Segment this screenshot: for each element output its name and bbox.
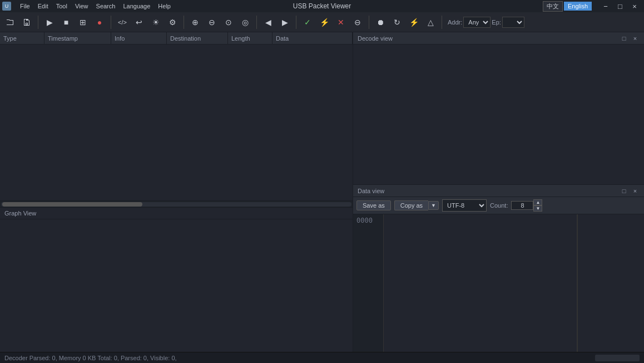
sep-3 (184, 16, 184, 29)
ascii-column (577, 214, 644, 352)
col-timestamp-header: Timestamp (44, 32, 111, 44)
title-bar: U File Edit Tool View Search Language He… (0, 0, 644, 12)
cancel-button[interactable]: ✕ (333, 14, 349, 30)
col-dest-header: Destination (167, 32, 228, 44)
decode-view-body (353, 45, 644, 184)
copy-as-dropdown-button[interactable]: ▼ (428, 201, 439, 210)
close-button[interactable]: × (627, 0, 642, 12)
addr-filter-select[interactable]: Any (463, 17, 491, 28)
graph-view-header: Graph View (0, 208, 353, 219)
scrollbar-thumb[interactable] (2, 202, 142, 207)
open-button[interactable] (2, 14, 18, 30)
status-progress (595, 355, 640, 361)
triangle-button[interactable]: △ (423, 14, 438, 30)
ep-filter-label: Ep: (492, 19, 501, 26)
ep-filter-select[interactable] (502, 17, 524, 28)
next-button[interactable]: ▶ (277, 14, 293, 30)
minimize-button[interactable]: − (598, 0, 613, 12)
menu-bar: File Edit Tool View Search Language Help (17, 2, 174, 11)
scrollbar-track (1, 202, 351, 207)
col-data-header: Data (273, 32, 353, 44)
settings-button[interactable]: ⚙ (165, 14, 180, 30)
zoom-out-button[interactable]: ⊖ (204, 14, 220, 30)
sep-7 (442, 16, 442, 29)
record2-button[interactable]: ⏺ (373, 14, 388, 30)
menu-view[interactable]: View (72, 2, 92, 11)
sep-2 (111, 16, 111, 29)
copy-as-split-button: Copy as ▼ (394, 200, 439, 210)
col-length-header: Length (228, 32, 273, 44)
menu-tool[interactable]: Tool (53, 2, 71, 11)
minus-circle-button[interactable]: ⊖ (350, 14, 365, 30)
hex-data-column (384, 214, 577, 352)
packet-list: Type Timestamp Info Destination Length D… (0, 32, 353, 207)
data-view-title: Data view (358, 188, 384, 194)
menu-help[interactable]: Help (155, 2, 174, 11)
decode-view-icons: □ × (620, 34, 640, 43)
col-type-header: Type (0, 32, 44, 44)
menu-language[interactable]: Language (120, 2, 153, 11)
data-view: Data view □ × Save as Copy as ▼ UTF-8 AS… (353, 185, 644, 352)
restore-button[interactable]: □ (613, 0, 627, 12)
sep-1 (38, 16, 38, 29)
lang-zh-button[interactable]: 中文 (543, 1, 563, 12)
status-text: Decoder Parsed: 0, Memory 0 KB Total: 0,… (4, 355, 177, 361)
encoding-select[interactable]: UTF-8 ASCII HEX UTF-16 (442, 199, 487, 212)
prev-button[interactable]: ◀ (260, 14, 276, 30)
data-view-toolbar: Save as Copy as ▼ UTF-8 ASCII HEX UTF-16… (353, 197, 644, 214)
auto-button[interactable]: ⚡ (406, 14, 422, 30)
decode-view: Decode view □ × (353, 32, 644, 185)
data-view-maximize-button[interactable]: □ (620, 187, 628, 195)
decode-view-title: Decode view (358, 35, 393, 42)
save-as-button[interactable]: Save as (356, 200, 391, 210)
addr-filter-label: Addr: (448, 19, 462, 26)
zoom-in-button[interactable]: ⊕ (187, 14, 203, 30)
data-view-icons: □ × (620, 187, 640, 195)
hex-offset-column: 0000 (353, 214, 384, 352)
decode-view-maximize-button[interactable]: □ (620, 34, 628, 43)
count-spinner: ▲ ▼ (511, 199, 542, 212)
filter-button[interactable]: ⊞ (75, 14, 91, 30)
sep-4 (256, 16, 257, 29)
toolbar: ▶ ■ ⊞ ● </> ↩ ☀ ⚙ ⊕ ⊖ ⊙ ◎ ◀ ▶ ✓ ⚡ ✕ ⊖ ⏺ … (0, 12, 644, 32)
app-title: USB Packet Viewer (293, 2, 351, 10)
menu-edit[interactable]: Edit (34, 2, 52, 11)
window-controls: − □ × (598, 0, 642, 12)
decode-view-close-button[interactable]: × (631, 34, 640, 43)
zoom-fit-button[interactable]: ⊙ (221, 14, 236, 30)
packet-list-body[interactable] (0, 45, 353, 200)
record-button[interactable]: ● (92, 14, 107, 30)
count-down-button[interactable]: ▼ (533, 205, 542, 212)
stop-button[interactable]: ■ (58, 14, 74, 30)
brightness-button[interactable]: ☀ (148, 14, 164, 30)
menu-file[interactable]: File (17, 2, 33, 11)
data-view-close-button[interactable]: × (631, 187, 640, 195)
menu-search[interactable]: Search (93, 2, 119, 11)
decode-view-titlebar: Decode view □ × (353, 32, 644, 45)
undo-button[interactable]: ↩ (131, 14, 147, 30)
copy-as-main-button[interactable]: Copy as (394, 200, 428, 210)
save-button[interactable] (19, 14, 34, 30)
app-icon: U (2, 2, 11, 11)
hex-offset-value: 0000 (356, 217, 373, 224)
horizontal-scrollbar[interactable] (0, 200, 353, 207)
run-button[interactable]: ▶ (42, 14, 57, 30)
check-button[interactable]: ✓ (300, 14, 315, 30)
loop-button[interactable]: ↻ (389, 14, 405, 30)
graph-view: Graph View (0, 207, 353, 352)
data-view-body: 0000 (353, 214, 644, 352)
packet-list-header: Type Timestamp Info Destination Length D… (0, 32, 353, 45)
capture-button[interactable]: ◎ (237, 14, 253, 30)
signal-button[interactable]: ⚡ (316, 14, 332, 30)
count-spinner-buttons: ▲ ▼ (533, 199, 542, 212)
count-up-button[interactable]: ▲ (533, 199, 542, 205)
count-label: Count: (490, 202, 508, 209)
code-button[interactable]: </> (115, 14, 130, 30)
main-content: Type Timestamp Info Destination Length D… (0, 32, 644, 352)
sep-6 (369, 16, 369, 29)
status-bar: Decoder Parsed: 0, Memory 0 KB Total: 0,… (0, 352, 644, 363)
data-view-titlebar: Data view □ × (353, 185, 644, 197)
right-panel: Decode view □ × Data view □ × Save as (353, 32, 644, 352)
lang-en-button[interactable]: English (564, 2, 592, 11)
count-input[interactable] (511, 201, 533, 210)
